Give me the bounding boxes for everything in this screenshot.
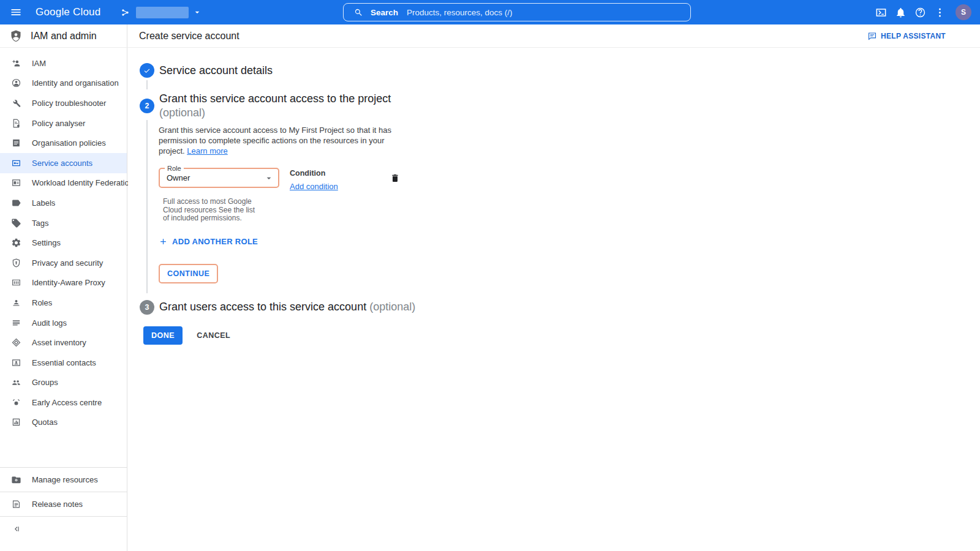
collapse-icon (11, 524, 21, 534)
sidebar-item-label: Identity-Aware Proxy (32, 278, 105, 287)
step-2-optional-label: (optional) (159, 106, 391, 120)
sidebar-nav: IAMIdentity and organisationPolicy troub… (0, 48, 127, 432)
check-icon (143, 66, 151, 75)
notifications-bell-icon[interactable] (895, 7, 907, 18)
sidebar-item-service-accounts[interactable]: Service accounts (0, 153, 127, 173)
sidebar-item-asset-inventory[interactable]: Asset inventory (0, 332, 127, 353)
step-2-description: Grant this service account access to My … (159, 125, 399, 156)
sidebar-item-label: Privacy and security (32, 258, 103, 268)
sidebar-item-organisation-policies[interactable]: Organisation policies (0, 133, 127, 153)
help-icon[interactable] (914, 7, 926, 18)
create-service-account-stepper: Service account details 2 Grant this ser… (128, 48, 980, 345)
cancel-button[interactable]: CANCEL (197, 331, 230, 340)
contact-icon (11, 358, 21, 368)
add-another-role-label: ADD ANOTHER ROLE (172, 237, 258, 246)
sidebar-item-tags[interactable]: Tags (0, 213, 127, 233)
avatar[interactable]: S (956, 4, 971, 20)
main-content: Service account details 2 Grant this ser… (128, 48, 980, 551)
role-helper-text: Full access to most Google Cloud resourc… (163, 198, 258, 223)
collapse-sidebar-button[interactable] (0, 516, 127, 551)
shield-icon (11, 258, 21, 268)
sidebar-item-policy-troubleshooter[interactable]: Policy troubleshooter (0, 93, 127, 113)
article-icon (11, 138, 21, 148)
sidebar-item-label: Essential contacts (32, 358, 96, 367)
sidebar-header: IAM and admin (0, 24, 127, 47)
early-access-icon (11, 397, 21, 408)
sidebar-item-label: Release notes (32, 500, 83, 509)
proxy-icon (11, 277, 21, 288)
sidebar-item-labels[interactable]: Labels (0, 193, 127, 213)
project-icon (120, 7, 130, 18)
sub-header: IAM and admin Create service account HEL… (0, 24, 980, 48)
folder-gear-icon (11, 474, 21, 485)
help-assistant-button[interactable]: HELP ASSISTANT (867, 31, 946, 41)
search-placeholder: Products, resources, docs (/) (407, 8, 513, 17)
sidebar-footer-items: Manage resourcesRelease notes (0, 467, 127, 516)
condition-column: Condition Add condition (290, 168, 338, 192)
badge-icon (11, 178, 21, 188)
sidebar-item-privacy-and-security[interactable]: Privacy and security (0, 253, 127, 273)
continue-button[interactable]: CONTINUE (159, 264, 218, 283)
sidebar-item-label: Early Access centre (32, 398, 102, 407)
sidebar-item-label: Tags (32, 219, 48, 228)
sidebar-item-identity-aware-proxy[interactable]: Identity-Aware Proxy (0, 273, 127, 293)
sidebar-item-early-access-centre[interactable]: Early Access centre (0, 392, 127, 413)
cloud-shell-icon[interactable] (875, 7, 887, 18)
step-1-title: Service account details (159, 64, 273, 77)
sidebar-item-label: Identity and organisation (32, 78, 119, 88)
step-3-title: Grant users access to this service accou… (159, 301, 415, 313)
person-icon (11, 78, 21, 88)
sidebar-item-manage-resources[interactable]: Manage resources (0, 467, 127, 492)
sidebar-item-label: Labels (32, 198, 55, 208)
gear-icon (11, 238, 21, 248)
sidebar-item-label: Policy troubleshooter (32, 99, 106, 108)
help-assistant-label: HELP ASSISTANT (881, 32, 946, 40)
search-input[interactable]: Search Products, resources, docs (/) (343, 3, 691, 21)
dropdown-arrow-icon (264, 173, 274, 183)
page-header: Create service account HELP ASSISTANT (127, 24, 980, 47)
add-another-role-button[interactable]: ADD ANOTHER ROLE (159, 237, 258, 246)
step-2-content: Grant this service account access to My … (146, 120, 980, 293)
sidebar-item-label: Service accounts (32, 159, 92, 168)
sidebar-item-label: Manage resources (32, 475, 98, 484)
sidebar-item-release-notes[interactable]: Release notes (0, 492, 127, 516)
sidebar-item-label: Asset inventory (32, 338, 86, 347)
person-add-icon (11, 58, 21, 69)
label-icon (11, 198, 21, 208)
more-options-icon[interactable] (934, 7, 946, 18)
sidebar-item-audit-logs[interactable]: Audit logs (0, 313, 127, 333)
google-cloud-logo[interactable]: Google Cloud (36, 6, 100, 18)
sidebar-footer: Manage resourcesRelease notes (0, 467, 127, 551)
menu-icon[interactable] (10, 6, 22, 18)
sidebar-item-groups[interactable]: Groups (0, 373, 127, 393)
sidebar-item-policy-analyser[interactable]: Policy analyser (0, 113, 127, 133)
delete-role-icon[interactable] (390, 173, 400, 183)
sidebar-item-workload-identity-federation[interactable]: Workload Identity Federation (0, 173, 127, 193)
sidebar-item-settings[interactable]: Settings (0, 233, 127, 253)
sidebar-item-roles[interactable]: Roles (0, 293, 127, 313)
service-account-icon (11, 158, 21, 168)
sidebar-item-label: Quotas (32, 418, 58, 427)
role-row: Role Owner Condition Add condition (159, 168, 980, 192)
chat-bubble-icon (867, 31, 877, 41)
sidebar-item-identity-and-organisation[interactable]: Identity and organisation (0, 73, 127, 94)
step-2-title: Grant this service account access to the… (159, 92, 391, 106)
list-icon (11, 318, 21, 328)
sidebar-item-iam[interactable]: IAM (0, 53, 127, 73)
sidebar-item-essential-contacts[interactable]: Essential contacts (0, 353, 127, 373)
add-condition-link[interactable]: Add condition (290, 182, 338, 191)
condition-label: Condition (290, 169, 338, 178)
step-3-number-badge: 3 (140, 300, 154, 315)
step-connector (146, 80, 148, 89)
search-label: Search (371, 8, 398, 17)
project-selector[interactable] (120, 7, 202, 18)
learn-more-link[interactable]: Learn more (187, 146, 227, 156)
iam-shield-icon (9, 29, 23, 43)
role-select-label: Role (165, 165, 184, 172)
search-icon (354, 8, 363, 17)
done-button[interactable]: DONE (143, 326, 183, 345)
sidebar-item-label: Settings (32, 238, 61, 247)
step-2-title-block: Grant this service account access to the… (159, 92, 391, 120)
role-select[interactable]: Role Owner (159, 168, 279, 188)
sidebar-item-quotas[interactable]: Quotas (0, 413, 127, 433)
